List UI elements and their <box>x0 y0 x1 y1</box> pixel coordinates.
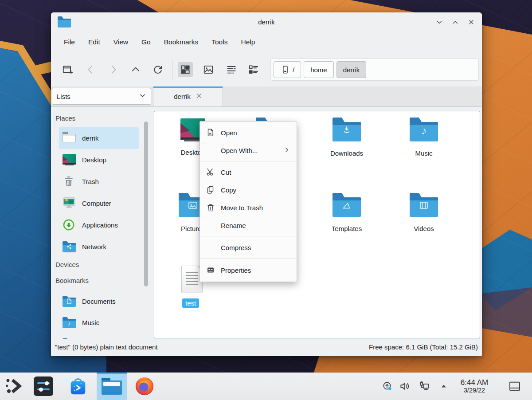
taskbar: 6:44 AM 3/29/22 <box>0 373 532 400</box>
firefox-button[interactable] <box>132 373 157 400</box>
breadcrumb-derrik[interactable]: derrik <box>336 61 367 78</box>
breadcrumb-derrik-label: derrik <box>343 66 360 74</box>
icons-view-button[interactable] <box>178 62 193 77</box>
tab-close-button[interactable] <box>196 93 202 100</box>
menu-properties[interactable]: Properties <box>200 261 297 279</box>
expand-tray-button[interactable] <box>440 373 452 400</box>
close-button[interactable] <box>467 18 476 27</box>
sidebar-item-documents[interactable]: Documents <box>59 290 139 312</box>
breadcrumb-root-label: / <box>293 66 294 74</box>
system-settings-button[interactable] <box>31 373 56 400</box>
volume-tray-button[interactable] <box>399 373 412 400</box>
network-icon <box>419 380 430 392</box>
discover-button[interactable] <box>66 373 90 400</box>
sidebar-item-desktop[interactable]: Desktop <box>59 149 139 171</box>
details-view-icon <box>226 64 237 75</box>
menu-go[interactable]: Go <box>135 35 157 49</box>
selected-file-label: test <box>182 298 199 308</box>
refresh-icon <box>152 64 164 75</box>
dolphin-window: derrik File Edit View Go Bookmarks Tools… <box>51 12 482 356</box>
menu-open-with[interactable]: Open With... <box>200 141 297 159</box>
window-title: derrik <box>51 12 482 32</box>
toolbar: / home derrik <box>51 52 482 87</box>
minimize-button[interactable] <box>435 18 444 27</box>
sidebar-scrollbar[interactable] <box>144 122 148 286</box>
places-header: Places <box>55 114 75 122</box>
up-icon <box>130 64 141 75</box>
places-panel: Places derrik Desktop Trash <box>51 106 153 339</box>
maximize-icon <box>451 18 459 26</box>
panel-selector-value: Lists <box>57 93 70 100</box>
compact-view-button[interactable] <box>246 62 261 77</box>
menu-separator <box>200 236 297 236</box>
maximize-button[interactable] <box>451 18 460 27</box>
active-tab-indicator <box>153 86 223 88</box>
menu-compress[interactable]: Compress <box>200 238 297 257</box>
trash-icon <box>206 203 215 212</box>
show-desktop-icon <box>508 380 521 392</box>
context-menu: Open Open With... Cut Copy Move <box>200 121 297 282</box>
sidebar-item-partial[interactable] <box>59 333 139 339</box>
menu-cut[interactable]: Cut <box>200 163 297 181</box>
status-selection-info: "test" (0 bytes) plain text document <box>55 339 158 356</box>
forward-button[interactable] <box>106 62 121 77</box>
back-button[interactable] <box>83 62 98 77</box>
panel-selector-combobox[interactable]: Lists <box>52 88 151 105</box>
preview-button[interactable] <box>201 62 216 77</box>
breadcrumb-home[interactable]: home <box>304 61 334 78</box>
copy-icon <box>206 185 215 195</box>
cut-icon <box>206 167 215 177</box>
status-free-space: Free space: 6.1 GiB (Total: 15.2 GiB) <box>369 339 478 356</box>
menu-separator <box>200 161 297 161</box>
tab-derrik[interactable]: derrik <box>153 86 223 106</box>
dolphin-icon <box>102 378 122 395</box>
breadcrumb-home-label: home <box>310 66 327 74</box>
forward-icon <box>108 64 119 75</box>
sidebar-item-music[interactable]: ♪ Music <box>59 312 139 333</box>
sidebar-item-derrik[interactable]: derrik <box>59 127 139 149</box>
menu-view[interactable]: View <box>107 35 135 49</box>
expand-tray-icon <box>440 382 448 390</box>
updates-tray-button[interactable] <box>382 373 394 400</box>
menu-open[interactable]: Open <box>200 124 297 141</box>
toolbar-separator <box>172 59 172 80</box>
new-tab-button[interactable] <box>60 62 75 77</box>
menu-rename[interactable]: Rename <box>200 216 297 234</box>
show-desktop-button[interactable] <box>508 373 528 400</box>
documents-folder-icon <box>63 295 77 308</box>
sidebar-item-network[interactable]: Network <box>59 236 139 258</box>
network-folder-icon <box>63 240 77 254</box>
app-launcher-button[interactable] <box>2 373 26 400</box>
refresh-button[interactable] <box>150 62 165 77</box>
network-tray-button[interactable] <box>419 373 433 400</box>
updates-icon <box>382 381 393 392</box>
menu-edit[interactable]: Edit <box>82 35 107 49</box>
menu-file[interactable]: File <box>57 35 82 49</box>
menu-copy[interactable]: Copy <box>200 181 297 199</box>
menu-help[interactable]: Help <box>234 35 262 49</box>
status-bar: "test" (0 bytes) plain text document Fre… <box>51 339 482 356</box>
tab-label: derrik <box>174 93 191 100</box>
details-view-button[interactable] <box>224 62 239 77</box>
new-tab-icon <box>62 64 73 75</box>
tab-bar: Lists derrik <box>51 86 482 107</box>
up-button[interactable] <box>128 62 143 77</box>
trash-icon <box>63 175 77 188</box>
menu-move-to-trash[interactable]: Move to Trash <box>200 199 297 216</box>
clock-widget[interactable]: 6:44 AM 3/29/22 <box>453 373 496 400</box>
menu-bookmarks[interactable]: Bookmarks <box>157 35 205 49</box>
clock-date: 3/29/22 <box>464 387 485 394</box>
location-bar[interactable]: / home derrik <box>270 59 479 81</box>
system-settings-icon <box>34 376 53 396</box>
firefox-icon <box>134 376 155 396</box>
titlebar[interactable]: derrik <box>51 12 482 32</box>
menu-tools[interactable]: Tools <box>205 35 234 49</box>
breadcrumb-root[interactable]: / <box>274 61 301 78</box>
devices-header: Devices <box>55 261 79 268</box>
sidebar-item-computer[interactable]: Computer <box>59 192 139 214</box>
sidebar-item-applications[interactable]: Applications <box>59 214 139 236</box>
dolphin-task-button[interactable] <box>97 373 127 400</box>
sidebar-item-trash[interactable]: Trash <box>59 171 139 192</box>
music-folder-icon: ♪ <box>63 316 77 329</box>
drive-icon <box>280 65 290 75</box>
